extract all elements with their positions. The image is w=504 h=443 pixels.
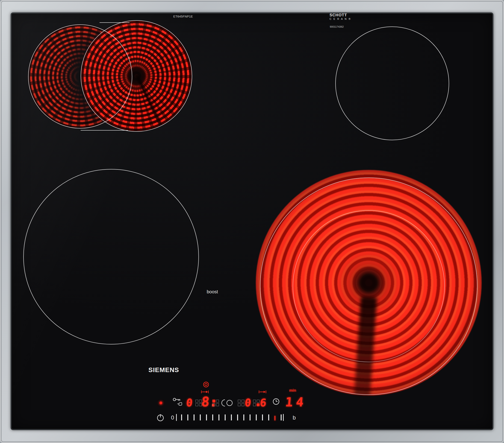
slider-tick[interactable]	[262, 414, 263, 420]
slider-start-bar	[176, 414, 177, 421]
grid-square	[196, 403, 198, 406]
slider-tick[interactable]	[243, 414, 244, 420]
slider-tick[interactable]	[281, 414, 282, 420]
schott-logo-line1: SCHOTT	[329, 13, 347, 17]
brand-logo: SIEMENS	[148, 366, 179, 374]
slider-end-label: b	[293, 414, 296, 421]
grid-square	[241, 400, 244, 403]
target-icon	[203, 381, 209, 388]
slider-tick[interactable]	[200, 414, 201, 420]
zone-rear-left-bridge-top	[100, 22, 129, 23]
touch-control-panel: min 0 8. 0 6	[154, 380, 311, 428]
slider-tick[interactable]	[268, 414, 269, 420]
dual-zone-icon[interactable]	[221, 399, 234, 407]
display-1: 0	[186, 397, 193, 408]
zone-select-grid-4[interactable]	[253, 400, 259, 406]
zone-select-grid-2[interactable]	[213, 400, 219, 406]
power-led	[160, 402, 162, 404]
grid-square	[241, 403, 244, 406]
slider-tick[interactable]	[256, 414, 257, 420]
cooktop: ET645FNP1E SCHOTT C E R A N ® 9001174362…	[0, 0, 504, 443]
slider-tick[interactable]	[212, 414, 213, 420]
timer-display: 14	[285, 396, 307, 409]
zone-rear-left-bridge-bottom	[81, 130, 128, 131]
slider-tick[interactable]	[225, 414, 226, 420]
zone-front-left-outline	[23, 169, 199, 344]
grid-square	[216, 403, 219, 406]
display-4: 6	[259, 397, 267, 408]
timer-unit-label: min	[289, 388, 296, 393]
zone-rear-left-outline-right	[81, 20, 192, 132]
slider-tick[interactable]	[231, 414, 232, 420]
slider-tick[interactable]	[187, 414, 188, 420]
power-icon[interactable]	[156, 413, 164, 422]
grid-square	[196, 400, 198, 403]
arrow-to-bar-icon	[201, 390, 209, 394]
schott-logo-line2: C E R A N ®	[329, 17, 351, 20]
display-3: 0	[244, 397, 252, 408]
grid-square	[213, 403, 215, 406]
serial-number: 9001174362	[330, 25, 344, 28]
boost-label: boost	[207, 289, 218, 294]
slider-tick[interactable]	[237, 414, 238, 420]
slider-tick[interactable]	[206, 414, 207, 420]
grid-square	[257, 400, 259, 403]
childlock-key-hand-icon[interactable]	[172, 397, 184, 407]
grid-square	[216, 400, 219, 403]
clock-icon[interactable]	[272, 398, 280, 405]
slider-tick[interactable]	[218, 414, 219, 420]
slider-tick[interactable]	[181, 414, 182, 420]
grid-square	[257, 403, 259, 406]
zone-rear-right-outline	[335, 26, 449, 140]
grid-square	[238, 400, 241, 403]
grid-square	[213, 400, 215, 403]
grid-square	[238, 403, 241, 406]
zone-select-grid-3[interactable]	[238, 400, 244, 406]
slider-tick[interactable]	[274, 416, 275, 420]
slider-ticks[interactable]	[181, 414, 282, 421]
slider-start-label: 0	[171, 414, 174, 421]
model-number: ET645FNP1E	[173, 15, 193, 18]
slider-tick[interactable]	[194, 414, 195, 420]
slider-tick[interactable]	[250, 414, 251, 420]
grid-square	[253, 403, 256, 406]
slider-end-bar	[283, 414, 284, 421]
grid-square	[253, 400, 256, 403]
arrow-to-bar-icon	[259, 390, 266, 394]
zone-front-right-outline-inner	[293, 210, 445, 362]
